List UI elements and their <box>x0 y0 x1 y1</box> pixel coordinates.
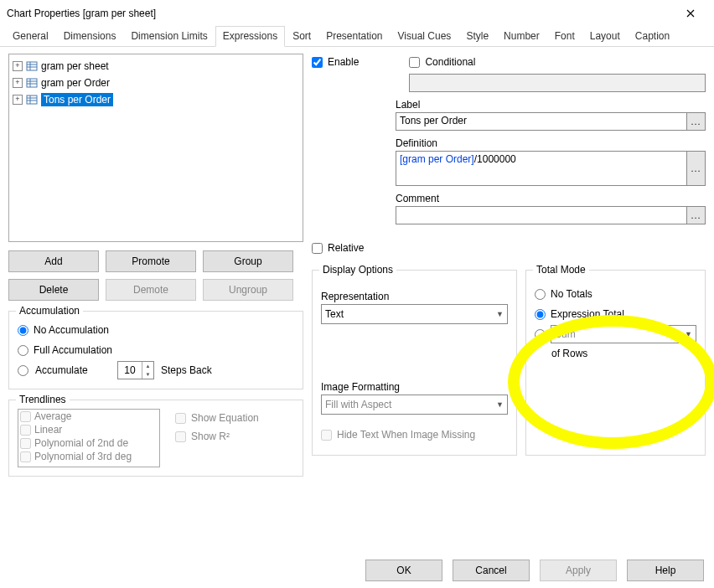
trend-label: Linear <box>34 424 62 436</box>
chevron-down-icon: ▼ <box>496 400 504 409</box>
demote-button: Demote <box>106 279 196 301</box>
tab-layout[interactable]: Layout <box>582 26 628 46</box>
window-title: Chart Properties [gram per sheet] <box>7 8 674 19</box>
trend-item[interactable]: Average <box>18 410 159 423</box>
enable-label: Enable <box>328 56 359 68</box>
display-options-title: Display Options <box>319 264 396 276</box>
tab-strip: General Dimensions Dimension Limits Expr… <box>0 27 714 47</box>
tab-visual-cues[interactable]: Visual Cues <box>391 26 459 46</box>
expression-tree[interactable]: + gram per sheet + gram per Order + Tons… <box>8 54 303 242</box>
image-formatting-label: Image Formatting <box>321 381 508 393</box>
close-button[interactable] <box>674 2 707 25</box>
tree-row[interactable]: + gram per sheet <box>11 58 301 75</box>
label-browse-button[interactable]: ... <box>687 112 706 131</box>
relative-check[interactable] <box>312 243 323 254</box>
tab-style[interactable]: Style <box>458 26 496 46</box>
tab-expressions[interactable]: Expressions <box>215 26 285 47</box>
definition-prefix: [gram per Order] <box>400 153 474 165</box>
svg-rect-0 <box>27 62 37 70</box>
label-label: Label <box>396 99 706 111</box>
label-input[interactable]: Tons per Order <box>396 112 687 131</box>
expand-icon[interactable]: + <box>13 61 23 71</box>
trendlines-title: Trendlines <box>16 394 70 405</box>
image-formatting-select: Fill with Aspect ▼ <box>321 395 508 415</box>
full-accumulation-label: Full Accumulation <box>34 344 112 356</box>
accumulation-title: Accumulation <box>16 305 83 317</box>
accumulate-label: Accumulate <box>35 364 111 376</box>
trend-check <box>20 438 31 449</box>
no-accumulation-label: No Accumulation <box>34 324 109 336</box>
chevron-down-icon: ▼ <box>496 310 504 318</box>
show-equation-label: Show Equation <box>191 412 259 424</box>
cancel-button[interactable]: Cancel <box>453 560 530 581</box>
conditional-input <box>409 74 706 92</box>
trend-label: Polynomial of 2nd de <box>34 437 128 449</box>
representation-select[interactable]: Text ▼ <box>321 304 508 324</box>
close-icon <box>686 9 695 18</box>
expression-total-label: Expression Total <box>551 308 624 320</box>
conditional-label: Conditional <box>425 56 475 68</box>
tree-row[interactable]: + gram per Order <box>11 75 301 91</box>
definition-suffix: /1000000 <box>474 153 516 165</box>
tab-general[interactable]: General <box>5 26 56 46</box>
table-icon <box>26 77 38 89</box>
table-icon <box>26 60 38 72</box>
ok-button[interactable]: OK <box>365 560 442 581</box>
expand-icon[interactable]: + <box>13 95 23 105</box>
promote-button[interactable]: Promote <box>106 250 196 272</box>
tab-caption[interactable]: Caption <box>628 26 677 46</box>
steps-up[interactable]: ▲ <box>142 362 153 370</box>
table-icon <box>26 94 38 106</box>
tab-dimensions[interactable]: Dimensions <box>56 26 124 46</box>
tab-number[interactable]: Number <box>496 26 547 46</box>
tree-row[interactable]: + Tons per Order <box>11 91 301 108</box>
definition-browse-button[interactable]: ... <box>687 151 706 186</box>
comment-label: Comment <box>396 193 706 204</box>
group-button[interactable]: Group <box>203 250 293 272</box>
enable-check[interactable] <box>312 57 323 68</box>
help-button[interactable]: Help <box>627 560 704 581</box>
svg-rect-4 <box>27 79 37 87</box>
trend-item[interactable]: Polynomial of 2nd de <box>18 436 159 450</box>
show-r2-label: Show R² <box>191 431 230 442</box>
total-mode-title: Total Mode <box>533 264 589 276</box>
steps-down[interactable]: ▼ <box>142 370 153 379</box>
comment-input[interactable] <box>396 206 687 224</box>
comment-browse-button[interactable]: ... <box>687 206 706 224</box>
add-button[interactable]: Add <box>8 250 99 272</box>
delete-button[interactable]: Delete <box>8 279 99 301</box>
trend-item[interactable]: Linear <box>18 423 159 436</box>
expand-icon[interactable]: + <box>13 78 23 88</box>
expression-total-radio[interactable] <box>535 309 546 320</box>
representation-value: Text <box>325 308 344 320</box>
trend-label: Average <box>34 410 71 422</box>
hide-text-label: Hide Text When Image Missing <box>337 429 475 441</box>
no-totals-radio[interactable] <box>535 289 546 300</box>
conditional-check[interactable] <box>409 57 420 68</box>
trend-label: Polynomial of 3rd deg <box>34 451 132 462</box>
no-accumulation-radio[interactable] <box>18 325 28 336</box>
tab-font[interactable]: Font <box>547 26 582 46</box>
chevron-down-icon: ▼ <box>685 330 692 338</box>
trend-item[interactable]: Polynomial of 3rd deg <box>18 450 159 463</box>
svg-rect-8 <box>27 95 37 104</box>
show-equation-check <box>175 413 186 424</box>
tab-sort[interactable]: Sort <box>285 26 318 46</box>
trendlines-list[interactable]: Average Linear Polynomial of 2nd de Poly… <box>18 409 160 467</box>
ungroup-button: Ungroup <box>203 279 293 301</box>
no-totals-label: No Totals <box>551 288 592 300</box>
full-accumulation-radio[interactable] <box>18 345 28 356</box>
agg-radio[interactable] <box>535 329 546 340</box>
steps-value[interactable] <box>118 362 142 379</box>
representation-label: Representation <box>321 291 508 302</box>
tab-presentation[interactable]: Presentation <box>318 26 390 46</box>
of-rows-label: of Rows <box>551 348 696 359</box>
accumulate-radio[interactable] <box>18 365 28 376</box>
definition-input[interactable]: [gram per Order]/1000000 <box>396 151 687 186</box>
tab-dimension-limits[interactable]: Dimension Limits <box>123 26 215 46</box>
steps-back-label: Steps Back <box>161 364 212 376</box>
image-formatting-value: Fill with Aspect <box>325 399 391 410</box>
tree-label: Tons per Order <box>41 93 113 106</box>
apply-button: Apply <box>540 560 617 581</box>
steps-spinner[interactable]: ▲▼ <box>117 361 154 379</box>
